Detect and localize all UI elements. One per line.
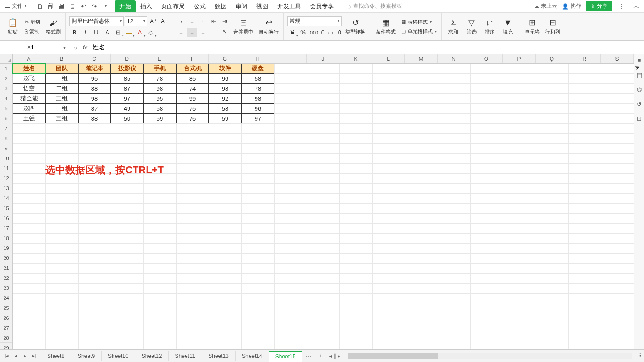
data-cell[interactable]: 88 (78, 83, 111, 93)
increase-decimal-icon[interactable]: .0→ (320, 28, 330, 37)
decrease-font-icon[interactable]: A⁻ (159, 17, 169, 26)
data-cell[interactable]: 78 (241, 83, 274, 93)
justify-icon[interactable]: ≣ (209, 28, 219, 37)
column-header-M[interactable]: M (405, 54, 438, 63)
row-header-12[interactable]: 12 (0, 173, 12, 183)
first-sheet-icon[interactable]: |◂ (3, 352, 11, 360)
settings-dots-icon[interactable]: ⠿ (636, 352, 644, 360)
comma-icon[interactable]: 000 (309, 28, 319, 37)
decrease-decimal-icon[interactable]: ←.0 (331, 28, 341, 37)
column-header-P[interactable]: P (503, 54, 536, 63)
paste-button[interactable]: 📋粘贴 (5, 17, 21, 36)
name-box[interactable]: ▾ (0, 41, 68, 54)
row-header-22[interactable]: 22 (0, 273, 12, 283)
type-convert-button[interactable]: ↺类型转换 (344, 17, 367, 36)
sheet-tab-Sheet9[interactable]: Sheet9 (71, 351, 102, 361)
column-header-N[interactable]: N (438, 54, 470, 63)
row-header-23[interactable]: 23 (0, 283, 12, 293)
row-header-5[interactable]: 5 (0, 103, 12, 113)
header-cell[interactable]: 软件 (209, 64, 241, 73)
sheet-scroll-icon[interactable]: ◂ ∥ ▸ (325, 353, 344, 359)
tab-会员专享[interactable]: 会员专享 (305, 0, 338, 12)
column-header-E[interactable]: E (143, 54, 176, 63)
data-cell[interactable]: 88 (78, 113, 111, 123)
data-cell[interactable]: 赵四 (13, 103, 45, 113)
last-sheet-icon[interactable]: ▸| (30, 352, 38, 360)
data-cell[interactable]: 85 (176, 73, 209, 83)
tab-审阅[interactable]: 审阅 (231, 0, 252, 12)
highlight-icon[interactable]: ◇ (146, 28, 156, 37)
print-icon[interactable]: 🖶 (57, 1, 67, 11)
column-header-D[interactable]: D (111, 54, 143, 63)
cell-button[interactable]: ⊞单元格 (523, 17, 541, 36)
row-header-20[interactable]: 20 (0, 253, 12, 263)
column-header-F[interactable]: F (176, 54, 209, 63)
number-format-combo[interactable]: 常规▾ (287, 16, 342, 26)
row-header-18[interactable]: 18 (0, 233, 12, 243)
select-all-corner[interactable] (0, 54, 13, 64)
row-header-27[interactable]: 27 (0, 323, 12, 333)
decrease-indent-icon[interactable]: ⇤ (209, 17, 219, 26)
sidebar-more-icon[interactable]: ⊡ (635, 114, 644, 122)
cancel-icon[interactable]: ⌕ (72, 44, 79, 51)
data-cell[interactable]: 87 (78, 103, 111, 113)
share-button[interactable]: ⇪分享 (586, 1, 612, 11)
sheet-tab-Sheet14[interactable]: Sheet14 (236, 351, 269, 361)
row-header-16[interactable]: 16 (0, 213, 12, 223)
data-cell[interactable]: 74 (176, 83, 209, 93)
row-header-11[interactable]: 11 (0, 163, 12, 173)
data-cell[interactable]: 一组 (45, 103, 78, 113)
data-cell[interactable]: 三组 (45, 113, 78, 123)
filter-button[interactable]: ▽筛选 (463, 17, 480, 36)
data-cell[interactable]: 99 (176, 93, 209, 103)
data-cell[interactable]: 49 (111, 103, 143, 113)
sidebar-style-icon[interactable]: ▤ (635, 71, 644, 79)
data-cell[interactable]: 96 (241, 103, 274, 113)
row-header-24[interactable]: 24 (0, 293, 12, 303)
column-header-A[interactable]: A (13, 54, 45, 63)
data-cell[interactable]: 98 (78, 93, 111, 103)
next-sheet-icon[interactable]: ▸ (21, 352, 29, 360)
row-header-26[interactable]: 26 (0, 313, 12, 323)
column-header-J[interactable]: J (307, 54, 339, 63)
sidebar-backup-icon[interactable]: ↺ (635, 100, 644, 108)
column-header-Q[interactable]: Q (536, 54, 568, 63)
wrap-button[interactable]: ↩自动换行 (257, 17, 280, 36)
row-header-17[interactable]: 17 (0, 223, 12, 233)
column-header-B[interactable]: B (45, 54, 78, 63)
row-header-10[interactable]: 10 (0, 153, 12, 163)
row-header-9[interactable]: 9 (0, 143, 12, 153)
row-header-28[interactable]: 28 (0, 333, 12, 343)
align-center-icon[interactable]: ≡ (187, 28, 197, 37)
sort-button[interactable]: ↓↑排序 (482, 17, 498, 36)
scrollbar-thumb[interactable] (348, 353, 438, 359)
namebox-dropdown-icon[interactable]: ▾ (61, 44, 68, 51)
row-header-15[interactable]: 15 (0, 203, 12, 213)
sheet-tab-Sheet11[interactable]: Sheet11 (169, 351, 202, 361)
data-cell[interactable]: 76 (176, 113, 209, 123)
column-header-S[interactable]: S (601, 54, 634, 63)
column-header-H[interactable]: H (241, 54, 274, 63)
row-header-19[interactable]: 19 (0, 243, 12, 253)
header-cell[interactable]: 投影仪 (111, 64, 143, 73)
file-menu[interactable]: 文件 ▾ (3, 1, 29, 11)
collapse-ribbon-icon[interactable]: ︿ (631, 1, 641, 11)
header-cell[interactable]: 手机 (143, 64, 176, 73)
cut-button[interactable]: ✂剪切 (23, 18, 42, 26)
align-right-icon[interactable]: ≡ (198, 28, 208, 37)
add-sheet-icon[interactable]: + (315, 353, 325, 359)
data-cell[interactable]: 85 (111, 73, 143, 83)
data-cell[interactable]: 59 (209, 113, 241, 123)
data-cell[interactable]: 78 (143, 73, 176, 83)
fill-button[interactable]: ▼填充 (500, 17, 516, 36)
prev-sheet-icon[interactable]: ◂ (12, 352, 20, 360)
fill-color-icon[interactable]: ▬ (124, 28, 134, 37)
data-cell[interactable]: 50 (111, 113, 143, 123)
percent-icon[interactable]: % (298, 28, 308, 37)
strikethrough-icon[interactable]: A̶ (102, 28, 112, 37)
data-cell[interactable]: 98 (209, 83, 241, 93)
column-header-C[interactable]: C (78, 54, 111, 63)
font-family-combo[interactable]: 阿里巴巴普惠体▾ (69, 16, 124, 26)
align-left-icon[interactable]: ≡ (176, 28, 186, 37)
tab-插入[interactable]: 插入 (136, 0, 157, 12)
